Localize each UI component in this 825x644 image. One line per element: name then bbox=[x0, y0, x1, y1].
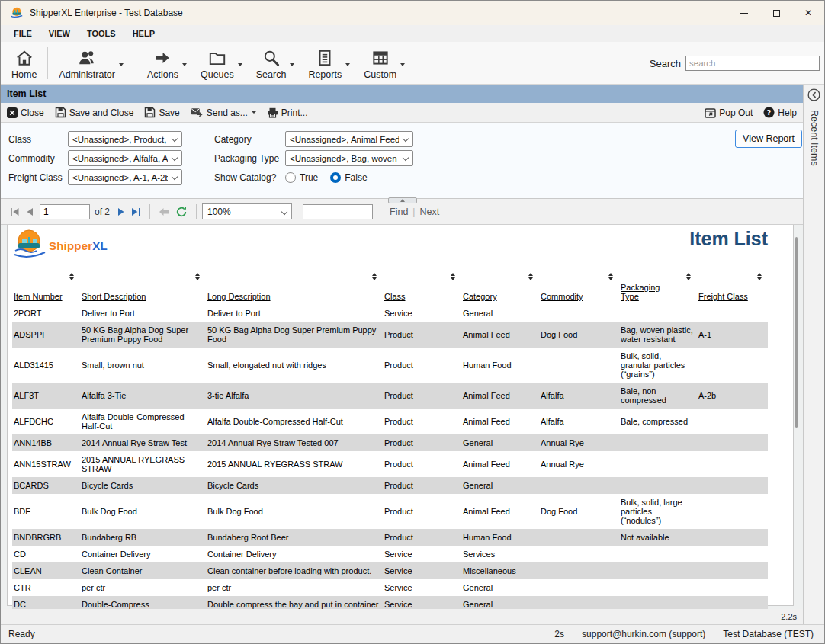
close-button[interactable]: Close bbox=[7, 107, 44, 118]
popout-icon bbox=[705, 107, 716, 118]
table-cell: Animal Feed bbox=[461, 451, 539, 477]
table-row: BDFBulk Dog FoodBulk Dog FoodProductAnim… bbox=[12, 494, 768, 529]
table-cell bbox=[619, 579, 697, 596]
report-viewport: ShipperXL Item List Item NumberShort Des… bbox=[1, 225, 803, 609]
back-button[interactable] bbox=[156, 206, 172, 218]
sort-up-icon bbox=[528, 273, 533, 276]
toolbar-button-actions[interactable]: Actions bbox=[144, 45, 191, 82]
sort-up-icon bbox=[195, 273, 200, 276]
last-page-button[interactable] bbox=[128, 206, 144, 218]
report-footer: 2.2s bbox=[1, 609, 803, 624]
sort-icon[interactable] bbox=[686, 273, 691, 280]
freight-class-filter-select[interactable]: <Unassigned>, A-1, A-2b, S bbox=[68, 169, 182, 185]
menu-item-help[interactable]: HELP bbox=[124, 29, 163, 38]
maximize-button[interactable] bbox=[760, 1, 792, 25]
category-filter-select[interactable]: <Unassigned>, Animal Feed bbox=[285, 131, 413, 147]
sort-icon[interactable] bbox=[69, 273, 74, 280]
column-header-label[interactable]: Class bbox=[384, 292, 406, 301]
toolbar-button-home[interactable]: Home bbox=[8, 45, 40, 82]
find-text-input[interactable] bbox=[303, 204, 373, 219]
table-cell: Services bbox=[461, 546, 539, 562]
menu-item-tools[interactable]: TOOLS bbox=[79, 29, 124, 38]
report-scrollbar-thumb[interactable] bbox=[795, 237, 798, 428]
sort-icon[interactable] bbox=[757, 273, 762, 280]
previous-page-button[interactable] bbox=[23, 206, 37, 218]
view-report-button[interactable]: View Report bbox=[735, 130, 802, 148]
save-and-close-button[interactable]: Save and Close bbox=[55, 107, 134, 118]
radio-option-false[interactable]: False bbox=[330, 172, 367, 183]
commodity-filter-value: <Unassigned>, Alfalfa, Ann bbox=[72, 154, 168, 163]
table-cell: Human Food bbox=[461, 348, 539, 383]
table-cell: Product bbox=[383, 477, 461, 494]
freight-class-filter-label: Freight Class bbox=[8, 172, 68, 183]
first-page-button[interactable] bbox=[7, 206, 23, 218]
column-header-label[interactable]: Short Description bbox=[82, 292, 146, 301]
close-window-button[interactable]: ✕ bbox=[792, 1, 824, 25]
column-header-label[interactable]: Freight Class bbox=[698, 292, 748, 301]
table-cell: Alfalfa Double-Compressed Half-Cut bbox=[80, 409, 206, 434]
dropdown-caret-icon bbox=[345, 63, 350, 66]
next-page-button[interactable] bbox=[114, 206, 128, 218]
radio-option-true[interactable]: True bbox=[285, 172, 318, 183]
column-header-label[interactable]: Commodity bbox=[541, 292, 583, 301]
sort-icon[interactable] bbox=[528, 273, 533, 280]
table-cell: Double compress the hay and put in conta… bbox=[206, 596, 383, 609]
refresh-button[interactable] bbox=[172, 204, 191, 219]
sort-icon[interactable] bbox=[451, 273, 455, 280]
pop-out-button[interactable]: Pop Out bbox=[705, 107, 753, 118]
table-cell: Miscellaneous bbox=[461, 562, 539, 579]
toolbar-button-custom[interactable]: Custom bbox=[361, 45, 409, 82]
packaging-type-filter-select[interactable]: <Unassigned>, Bag, woven bbox=[285, 150, 413, 166]
item-list-panel: Item List CloseSave and CloseSaveSend as… bbox=[1, 85, 803, 624]
save-icon bbox=[55, 107, 66, 118]
column-header-label[interactable]: Item Number bbox=[14, 292, 63, 301]
logo-text-xl: XL bbox=[92, 239, 108, 252]
column-header-item-number: Item Number bbox=[12, 271, 80, 305]
toolbar-button-reports[interactable]: Reports bbox=[305, 45, 355, 82]
menu-item-file[interactable]: FILE bbox=[5, 29, 40, 38]
commodity-filter-select[interactable]: <Unassigned>, Alfalfa, Ann bbox=[68, 150, 182, 166]
find-next-button[interactable]: Next bbox=[419, 207, 439, 217]
chevron-down-icon bbox=[281, 209, 287, 215]
zoom-select[interactable]: 100% bbox=[202, 203, 292, 219]
item-list-table: Item NumberShort DescriptionLong Descrip… bbox=[12, 271, 768, 609]
render-time: 2.2s bbox=[781, 612, 797, 621]
column-header-label[interactable]: Category bbox=[463, 292, 497, 301]
table-cell: Not available bbox=[619, 529, 697, 546]
minimize-button[interactable] bbox=[728, 1, 760, 25]
column-header-label[interactable]: Packaging Type bbox=[621, 283, 666, 301]
menu-bar: FILEVIEWTOOLSHELP bbox=[1, 25, 824, 42]
print-button[interactable]: Print... bbox=[267, 107, 308, 118]
expand-recent-items-icon[interactable] bbox=[807, 88, 820, 104]
table-cell bbox=[539, 348, 619, 383]
filter-collapse-handle[interactable] bbox=[388, 197, 417, 203]
menu-item-view[interactable]: VIEW bbox=[40, 29, 79, 38]
sort-icon[interactable] bbox=[608, 273, 613, 280]
toolbar-button-administrator[interactable]: Administrator bbox=[56, 45, 128, 82]
sort-icon[interactable] bbox=[195, 273, 200, 280]
collapse-arrow-icon bbox=[400, 199, 405, 202]
table-cell: Dog Food bbox=[539, 494, 619, 529]
table-cell: Container Delivery bbox=[80, 546, 206, 562]
search-input[interactable] bbox=[685, 56, 820, 71]
help-button[interactable]: ?Help bbox=[763, 107, 797, 118]
toolbar-button-search[interactable]: Search bbox=[253, 45, 300, 82]
table-cell: Human Food bbox=[461, 529, 539, 546]
main-toolbar: HomeAdministratorActionsQueuesSearchRepo… bbox=[1, 42, 824, 85]
send-as-button[interactable]: Send as... bbox=[191, 107, 256, 118]
column-header-label[interactable]: Long Description bbox=[207, 292, 271, 301]
current-page-input[interactable] bbox=[40, 204, 90, 219]
refresh-icon bbox=[175, 206, 188, 218]
table-cell: Bicycle Cards bbox=[206, 477, 383, 494]
table-cell: Alfalfa bbox=[539, 409, 619, 434]
sort-icon[interactable] bbox=[372, 273, 377, 280]
toolbar-button-queues[interactable]: Queues bbox=[197, 45, 247, 82]
table-cell bbox=[619, 596, 697, 609]
radio-true-icon[interactable] bbox=[285, 172, 296, 183]
recent-items-strip[interactable]: Recent Items bbox=[803, 85, 824, 624]
radio-false-icon[interactable] bbox=[330, 172, 341, 183]
table-cell bbox=[539, 529, 619, 546]
save-button[interactable]: Save bbox=[144, 107, 179, 118]
class-filter-select[interactable]: <Unassigned>, Product, Ser bbox=[68, 131, 182, 147]
find-button[interactable]: Find bbox=[390, 207, 408, 217]
